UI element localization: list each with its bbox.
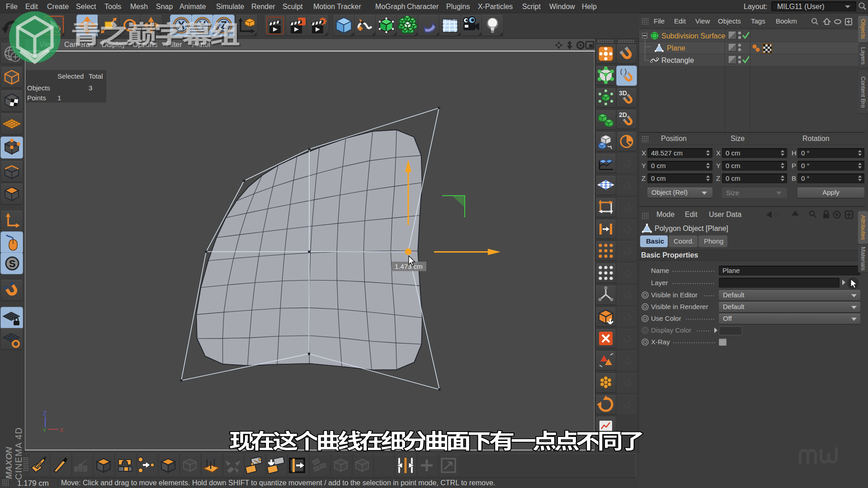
svg-text:Z: Z [221, 19, 227, 31]
svg-text:CINEMA 4D: CINEMA 4D [14, 427, 24, 480]
svg-text:Points: Points [27, 94, 46, 102]
svg-text:Z: Z [43, 410, 47, 417]
svg-text:MAXON: MAXON [4, 446, 14, 479]
svg-text:X: X [60, 427, 64, 433]
svg-text:2D: 2D [619, 111, 627, 118]
svg-text:S: S [9, 258, 16, 269]
svg-text:Selected: Selected [57, 72, 84, 80]
svg-text:X: X [178, 19, 185, 31]
svg-text:Objects: Objects [27, 84, 50, 92]
svg-text:1: 1 [57, 94, 61, 102]
svg-text:(): () [619, 68, 627, 76]
svg-text:3D: 3D [619, 89, 627, 97]
svg-text:Y: Y [42, 427, 47, 434]
svg-text:Total: Total [89, 72, 103, 80]
svg-text:Y: Y [199, 19, 206, 31]
svg-text:3: 3 [89, 84, 92, 92]
